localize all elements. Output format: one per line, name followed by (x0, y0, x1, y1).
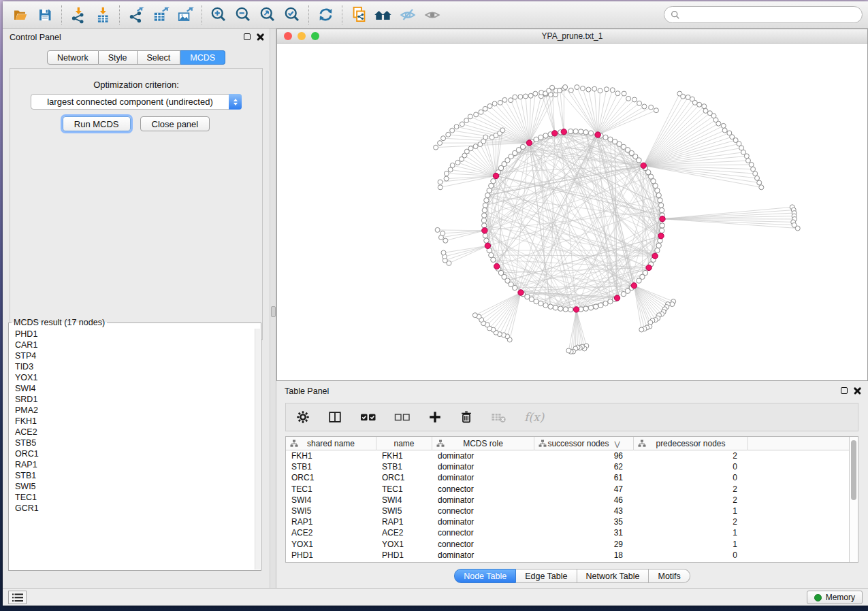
zoom-in-button[interactable] (206, 4, 231, 26)
cell-predecessor-nodes: 2 (634, 517, 748, 527)
search-box[interactable] (664, 6, 863, 23)
node-table: shared namenameMCDS rolesuccessor nodes⋁… (285, 436, 858, 563)
table-row[interactable]: STB1STB1dominator620 (286, 461, 849, 472)
table-row[interactable]: FKH1FKH1dominator962 (286, 450, 849, 461)
result-node-item[interactable]: SRD1 (10, 394, 254, 405)
delete-column-button[interactable] (459, 407, 474, 427)
table-panel-title: Table Panel (285, 386, 329, 396)
tab-network-table[interactable]: Network Table (577, 569, 649, 583)
column-header-MCDS-role[interactable]: MCDS role (432, 437, 534, 450)
result-list-scrollbar[interactable] (255, 329, 260, 569)
mcds-result-list[interactable]: PHD1CAR1STP4TID3YOX1SWI4SRD1PMA2FKH1ACE2… (10, 329, 254, 569)
add-column-button[interactable] (428, 407, 443, 427)
result-node-item[interactable]: PMA2 (10, 405, 254, 416)
result-node-item[interactable]: YOX1 (10, 372, 254, 383)
open-session-button[interactable] (8, 4, 33, 26)
result-node-item[interactable]: RAP1 (10, 459, 254, 470)
result-node-item[interactable]: STB1 (10, 470, 254, 481)
export-network-button[interactable] (124, 4, 148, 26)
open-folder-icon (12, 7, 29, 23)
run-mcds-button[interactable]: Run MCDS (63, 116, 131, 131)
column-header-successor-nodes[interactable]: successor nodes⋁ (534, 437, 634, 450)
result-node-item[interactable]: CAR1 (10, 340, 254, 350)
result-node-item[interactable]: ORC1 (10, 448, 254, 459)
table-options-button[interactable] (295, 407, 310, 427)
tab-mcds[interactable]: MCDS (180, 50, 225, 65)
show-all-button[interactable] (420, 4, 445, 26)
cell-successor-nodes: 35 (534, 517, 634, 527)
table-row[interactable]: PHD1PHD1dominator180 (286, 550, 849, 561)
result-node-item[interactable]: FKH1 (10, 416, 254, 427)
network-canvas[interactable] (277, 44, 867, 380)
memory-button[interactable]: Memory (807, 591, 863, 604)
result-node-item[interactable]: SWI5 (10, 481, 254, 492)
show-columns-button[interactable] (327, 407, 343, 427)
column-header-shared-name[interactable]: shared name (286, 437, 376, 450)
cell-shared-name: YOX1 (286, 540, 376, 549)
cell-predecessor-nodes: 0 (634, 473, 748, 482)
control-panel-tabs: NetworkStyleSelectMCDS (3, 50, 270, 65)
first-neighbors-button[interactable] (371, 4, 396, 26)
table-row[interactable]: RAP1RAP1dominator352 (286, 516, 849, 527)
criterion-dropdown[interactable]: largest connected component (undirected) (31, 94, 242, 110)
table-row[interactable]: YOX1YOX1connector291 (286, 539, 849, 550)
table-row[interactable]: ORC1ORC1dominator610 (286, 472, 849, 483)
table-row[interactable]: SWI5SWI5connector431 (286, 506, 849, 516)
tab-style[interactable]: Style (99, 50, 138, 65)
result-node-item[interactable]: ACE2 (10, 427, 254, 437)
cell-name: YOX1 (376, 540, 432, 549)
close-panel-button[interactable]: Close panel (140, 116, 210, 131)
mcds-panel: Optimization criterion: largest connecte… (10, 68, 263, 340)
splitter-grip[interactable] (271, 306, 276, 317)
float-panel-icon[interactable] (841, 387, 848, 394)
cell-MCDS-role: connector (432, 484, 534, 494)
zoom-out-button[interactable] (231, 4, 255, 26)
select-all-button[interactable] (359, 407, 377, 427)
save-session-button[interactable] (33, 4, 57, 26)
result-node-item[interactable]: TEC1 (10, 492, 254, 503)
result-node-item[interactable]: GCR1 (10, 503, 254, 514)
cell-successor-nodes: 96 (534, 451, 634, 461)
result-node-item[interactable]: STP4 (10, 350, 254, 361)
network-titlebar[interactable]: YPA_prune.txt_1 (277, 29, 867, 44)
list-icon (12, 593, 23, 602)
table-row[interactable]: SWI4SWI4dominator462 (286, 495, 849, 506)
tab-select[interactable]: Select (138, 50, 181, 65)
mcds-result-title: MCDS result (17 nodes) (12, 318, 107, 327)
float-panel-icon[interactable] (244, 33, 251, 40)
deselect-all-button[interactable] (393, 407, 411, 427)
fx-icon: f(x) (524, 410, 544, 424)
toolbar-separator (202, 5, 202, 24)
import-table-button[interactable] (91, 4, 115, 26)
zoom-fit-button[interactable] (255, 4, 280, 26)
close-panel-icon[interactable] (257, 33, 264, 40)
tab-node-table[interactable]: Node Table (454, 569, 516, 583)
close-panel-icon[interactable] (854, 386, 861, 394)
table-scrollbar[interactable] (849, 437, 858, 562)
result-node-item[interactable]: PHD1 (10, 329, 254, 340)
column-header-predecessor-nodes[interactable]: predecessor nodes (634, 437, 748, 450)
cell-successor-nodes: 43 (534, 506, 634, 516)
search-input[interactable] (684, 10, 856, 20)
cell-shared-name: TEC1 (286, 484, 376, 494)
export-image-button[interactable] (173, 4, 197, 26)
import-network-button[interactable] (66, 4, 91, 26)
zoom-selected-button[interactable] (280, 4, 304, 26)
result-node-item[interactable]: STB5 (10, 437, 254, 448)
hide-selected-button[interactable] (396, 4, 420, 26)
tab-network[interactable]: Network (47, 50, 99, 65)
column-header-name[interactable]: name (376, 437, 432, 450)
tab-motifs[interactable]: Motifs (649, 569, 690, 583)
result-node-item[interactable]: SWI4 (10, 383, 254, 394)
table-scrollbar-thumb[interactable] (851, 440, 856, 500)
cell-MCDS-role: connector (432, 540, 534, 549)
duplicate-network-button[interactable] (347, 4, 371, 26)
table-row[interactable]: ACE2ACE2connector311 (286, 527, 849, 538)
result-node-item[interactable]: TID3 (10, 361, 254, 372)
table-row[interactable]: TEC1TEC1connector472 (286, 484, 849, 495)
tab-edge-table[interactable]: Edge Table (516, 569, 577, 583)
panel-list-button[interactable] (8, 591, 27, 604)
vertical-splitter[interactable] (270, 29, 276, 588)
refresh-button[interactable] (313, 4, 338, 26)
export-table-button[interactable] (148, 4, 173, 26)
